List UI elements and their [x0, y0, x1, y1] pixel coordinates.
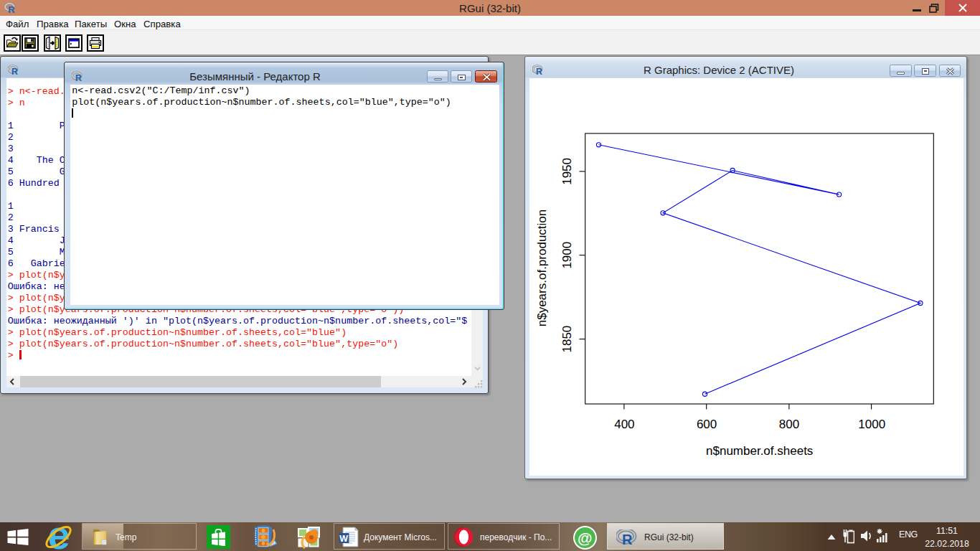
svg-text:1000: 1000: [858, 418, 885, 431]
svg-text:@: @: [578, 529, 592, 546]
svg-text:600: 600: [697, 418, 717, 431]
svg-text:n$years.of.production: n$years.of.production: [535, 209, 549, 327]
svg-text:1900: 1900: [560, 242, 574, 269]
svg-text:R: R: [622, 532, 633, 547]
svg-text:1950: 1950: [560, 158, 574, 185]
svg-text:W: W: [339, 534, 348, 544]
svg-text:1850: 1850: [560, 326, 574, 353]
svg-text:400: 400: [614, 418, 634, 431]
svg-text:n$number.of.sheets: n$number.of.sheets: [706, 444, 813, 458]
svg-text:800: 800: [779, 418, 799, 431]
